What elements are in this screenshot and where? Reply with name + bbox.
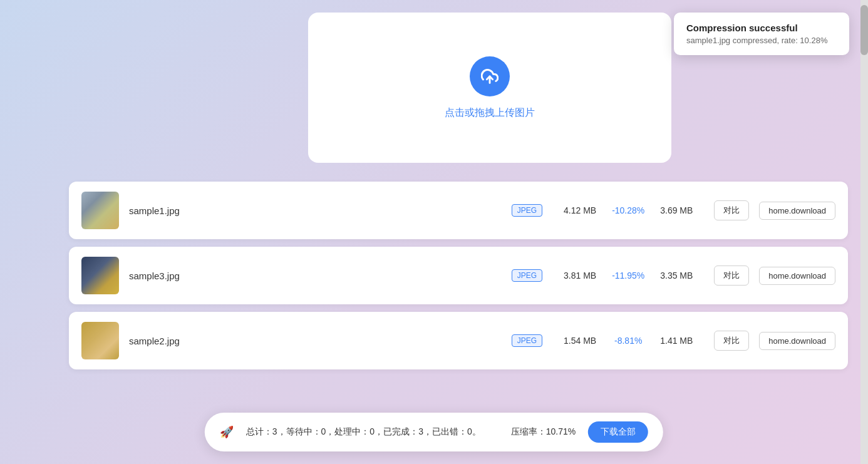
original-size: 1.54 MB	[552, 336, 596, 346]
file-row: sample1.jpg JPEG 4.12 MB -10.28% 3.69 MB…	[69, 182, 848, 239]
download-button[interactable]: home.download	[759, 332, 835, 350]
file-thumbnail	[81, 322, 119, 359]
download-all-button[interactable]: 下载全部	[588, 421, 648, 443]
file-row: sample3.jpg JPEG 3.81 MB -11.95% 3.35 MB…	[69, 247, 848, 304]
upload-icon	[481, 68, 499, 85]
toast-title: Compression successful	[686, 23, 837, 33]
original-size: 3.81 MB	[552, 271, 596, 281]
file-thumbnail	[81, 257, 119, 294]
format-badge: JPEG	[512, 204, 542, 217]
compare-button[interactable]: 对比	[714, 266, 749, 286]
file-name: sample3.jpg	[129, 271, 217, 281]
status-text: 总计：3，等待中：0，处理中：0，已完成：3，已出错：0。	[246, 426, 481, 438]
main-container: 点击或拖拽上传图片 sample1.jpg JPEG 4.12 MB -10.2…	[0, 0, 860, 464]
compressed-size: 3.69 MB	[660, 205, 704, 215]
compare-button[interactable]: 对比	[714, 200, 749, 220]
scrollbar-thumb[interactable]	[860, 5, 868, 55]
file-name: sample2.jpg	[129, 336, 217, 346]
thumb-inner	[81, 192, 119, 229]
file-name: sample1.jpg	[129, 205, 217, 216]
download-button[interactable]: home.download	[759, 267, 835, 285]
download-button[interactable]: home.download	[759, 202, 835, 220]
compression-rate: -10.28%	[606, 205, 650, 215]
thumb-inner	[81, 257, 119, 294]
compressed-size: 3.35 MB	[660, 271, 704, 281]
files-list: sample1.jpg JPEG 4.12 MB -10.28% 3.69 MB…	[69, 182, 848, 369]
compressed-size: 1.41 MB	[660, 336, 704, 346]
upload-area[interactable]: 点击或拖拽上传图片	[308, 13, 671, 163]
file-thumbnail	[81, 192, 119, 229]
compare-button[interactable]: 对比	[714, 331, 749, 351]
format-badge: JPEG	[512, 334, 542, 347]
status-bar: 🚀 总计：3，等待中：0，处理中：0，已完成：3，已出错：0。 压缩率：10.7…	[205, 413, 663, 451]
compression-rate: -8.81%	[606, 336, 650, 346]
file-meta: JPEG 3.81 MB -11.95% 3.35 MB 对比 home.dow…	[512, 266, 835, 286]
thumb-inner	[81, 322, 119, 359]
upload-button[interactable]	[470, 56, 510, 96]
upload-text: 点击或拖拽上传图片	[445, 106, 535, 120]
toast-notification: Compression successful sample1.jpg compr…	[674, 13, 849, 55]
original-size: 4.12 MB	[552, 205, 596, 215]
file-meta: JPEG 4.12 MB -10.28% 3.69 MB 对比 home.dow…	[512, 200, 835, 220]
file-row: sample2.jpg JPEG 1.54 MB -8.81% 1.41 MB …	[69, 312, 848, 369]
scrollbar[interactable]	[860, 0, 868, 464]
format-badge: JPEG	[512, 269, 542, 282]
compression-rate: -11.95%	[606, 271, 650, 281]
compression-rate-label: 压缩率：10.71%	[511, 426, 576, 438]
rocket-icon: 🚀	[220, 425, 234, 439]
toast-description: sample1.jpg compressed, rate: 10.28%	[686, 36, 837, 45]
file-meta: JPEG 1.54 MB -8.81% 1.41 MB 对比 home.down…	[512, 331, 835, 351]
